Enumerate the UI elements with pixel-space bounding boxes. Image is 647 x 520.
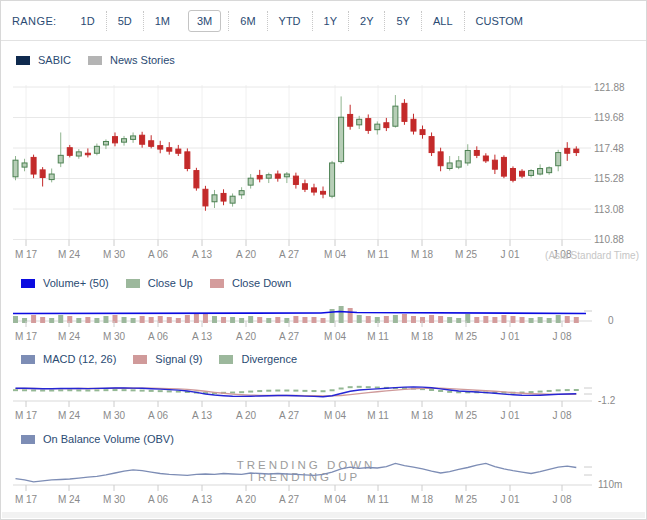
volume-bar: [529, 318, 534, 323]
range-option-5d[interactable]: 5D: [106, 11, 143, 31]
candle-body: [67, 148, 72, 156]
x-tick-label: A 27: [279, 249, 299, 260]
candle-body: [556, 153, 561, 166]
candle-body: [366, 119, 371, 131]
volume-bar: [67, 316, 72, 323]
x-tick-label: J 01: [501, 494, 520, 505]
candle-body: [248, 178, 253, 185]
y-tick-label: 113.08: [594, 204, 624, 215]
volume-bar: [76, 318, 81, 323]
x-tick-label: J 01: [501, 331, 520, 342]
legend-label: MACD (12, 26): [43, 353, 116, 365]
candle-body: [257, 175, 262, 178]
range-option-custom[interactable]: CUSTOM: [464, 11, 534, 31]
x-tick-label: M 04: [324, 410, 347, 421]
legend-item[interactable]: SABIC: [16, 54, 71, 66]
x-tick-label: M 04: [324, 249, 347, 260]
footer-strip: [2, 512, 645, 518]
volume-bar: [194, 314, 199, 323]
volume-bar: [339, 306, 344, 323]
volume-bar: [221, 317, 226, 323]
legend-swatch: [21, 435, 35, 444]
legend-item[interactable]: On Balance Volume (OBV): [21, 433, 174, 445]
y-tick-label: 110m: [598, 479, 622, 490]
volume-bar: [411, 316, 416, 323]
candle-body: [158, 146, 163, 149]
candle-body: [13, 160, 18, 177]
candle-body: [565, 148, 570, 153]
range-option-1y[interactable]: 1Y: [312, 11, 348, 31]
candle-body: [311, 188, 316, 192]
macd-line: [16, 387, 577, 397]
candle-body: [275, 174, 280, 178]
macd-chart-legend: MACD (12, 26)Signal (9)Divergence: [21, 353, 297, 365]
x-tick-label: M 24: [58, 249, 81, 260]
legend-item[interactable]: Close Up: [126, 277, 193, 289]
legend-label: SABIC: [38, 54, 71, 66]
volume-bar: [131, 318, 136, 323]
volume-bar: [140, 316, 145, 323]
range-option-5y[interactable]: 5Y: [384, 11, 420, 31]
range-option-ytd[interactable]: YTD: [267, 11, 312, 31]
watermark-text: TRENDING DOWN: [237, 459, 376, 471]
legend-item[interactable]: Close Down: [210, 277, 291, 289]
volume-bar: [375, 317, 380, 323]
candle-body: [302, 184, 307, 190]
legend-item[interactable]: News Stories: [88, 54, 175, 66]
range-option-2y[interactable]: 2Y: [348, 11, 384, 31]
legend-item[interactable]: Signal (9): [133, 353, 202, 365]
range-option-3m[interactable]: 3M: [188, 10, 221, 32]
legend-label: Volume+ (50): [43, 277, 109, 289]
volume-bar: [438, 316, 443, 323]
stock-chart-widget: RANGE: 1D5D1M3M6MYTD1Y2Y5YALLCUSTOM 121.…: [0, 0, 647, 520]
volume-bar: [492, 317, 497, 323]
x-tick-label: M 30: [103, 494, 126, 505]
candle-body: [49, 174, 54, 180]
range-option-all[interactable]: ALL: [421, 11, 464, 31]
candle-body: [22, 163, 27, 167]
legend-swatch: [21, 279, 35, 288]
candle-body: [510, 168, 515, 180]
candle-body: [31, 157, 36, 174]
volume-bar: [420, 317, 425, 323]
volume-bar: [501, 315, 506, 323]
legend-item[interactable]: Volume+ (50): [21, 277, 109, 289]
legend-item[interactable]: Divergence: [219, 353, 297, 365]
x-tick-label: A 06: [148, 494, 168, 505]
y-tick-label: 117.48: [594, 143, 624, 154]
candle-body: [438, 152, 443, 166]
volume-bar: [212, 316, 217, 323]
range-option-6m[interactable]: 6M: [228, 11, 266, 31]
x-tick-label: A 06: [148, 331, 168, 342]
candle-body: [402, 103, 407, 121]
volume-bar: [266, 318, 271, 323]
range-option-1d[interactable]: 1D: [70, 11, 106, 31]
volume-bar: [230, 317, 235, 323]
x-tick-label: A 27: [279, 410, 299, 421]
candle-body: [321, 191, 326, 194]
x-tick-label: A 06: [148, 410, 168, 421]
candle-body: [420, 130, 425, 135]
volume-bar: [112, 315, 117, 323]
candle-body: [375, 124, 380, 130]
volume-bar: [302, 317, 307, 323]
volume-bar: [85, 317, 90, 323]
x-tick-label: J 01: [501, 249, 520, 260]
candle-body: [384, 123, 389, 128]
volume-bar: [58, 315, 63, 323]
candle-body: [185, 152, 190, 169]
x-tick-label: M 17: [15, 410, 38, 421]
volume-bar: [520, 317, 525, 323]
volume-chart-legend: Volume+ (50)Close UpClose Down: [21, 277, 291, 289]
candle-body: [465, 150, 470, 162]
volume-bar: [275, 317, 280, 323]
legend-swatch: [21, 355, 35, 364]
y-tick-label: 110.88: [594, 234, 624, 245]
x-tick-label: A 13: [192, 331, 212, 342]
legend-item[interactable]: MACD (12, 26): [21, 353, 116, 365]
candle-body: [221, 193, 226, 201]
volume-bar: [456, 318, 461, 323]
volume-bar: [203, 314, 208, 323]
x-tick-label: M 11: [367, 494, 389, 505]
range-option-1m[interactable]: 1M: [143, 11, 181, 31]
